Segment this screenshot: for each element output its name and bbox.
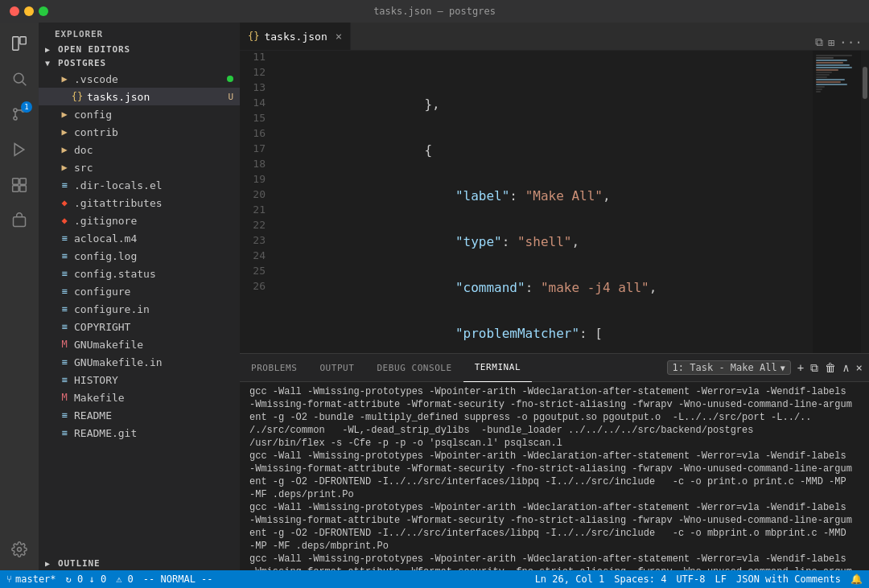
source-control-activity-icon[interactable]: 1: [5, 100, 34, 129]
tab-actions: ⧉ ⊞ ···: [809, 35, 869, 50]
readme-git-item[interactable]: ≡ README.git: [39, 424, 240, 442]
vim-mode-status[interactable]: -- NORMAL --: [143, 574, 213, 585]
code-area[interactable]: }, { "label": "Make All", "type": "shell…: [272, 51, 813, 353]
gnumakefile-in-item[interactable]: ≡ GNUmakefile.in: [39, 353, 240, 371]
search-activity-icon[interactable]: [5, 64, 34, 93]
window-controls[interactable]: [10, 6, 48, 16]
maximize-panel-icon[interactable]: ∧: [842, 361, 849, 374]
config-status-item[interactable]: ≡ config.status: [39, 265, 240, 282]
minimap: [813, 51, 861, 353]
encoding-label: UTF-8: [676, 574, 705, 585]
line-num-22: 22: [240, 219, 266, 234]
config-folder-label: config: [74, 109, 233, 121]
readme-item[interactable]: ≡ README: [39, 406, 240, 424]
gitattributes-label: .gitattributes: [74, 197, 233, 209]
gitignore-item[interactable]: ◆ .gitignore: [39, 212, 240, 229]
gnumakefile-item[interactable]: M GNUmakefile: [39, 335, 240, 353]
minimize-button[interactable]: [24, 6, 34, 16]
tasks-json-tab[interactable]: {} tasks.json ×: [240, 23, 351, 50]
sync-status[interactable]: ↻ 0 ↓ 0: [66, 574, 107, 585]
makefile-item[interactable]: M Makefile: [39, 389, 240, 406]
vscode-modified-dot: [227, 76, 233, 82]
open-editors-group[interactable]: ▶ OPEN EDITORS: [39, 43, 240, 56]
line-num-11: 11: [240, 51, 266, 66]
makefile-icon: M: [58, 339, 71, 350]
bell-status[interactable]: 🔔: [850, 574, 863, 585]
line-ending-status[interactable]: LF: [715, 574, 727, 585]
more-actions-icon[interactable]: ···: [839, 35, 863, 50]
line-num-24: 24: [240, 249, 266, 265]
postgres-group[interactable]: ▼ POSTGRES: [39, 56, 240, 70]
svg-point-13: [18, 548, 22, 552]
branch-status[interactable]: ⑂ master*: [6, 574, 56, 585]
contrib-folder-item[interactable]: ▶ contrib: [39, 123, 240, 141]
encoding-status[interactable]: UTF-8: [676, 574, 705, 585]
svg-point-2: [14, 73, 23, 83]
doc-folder-item[interactable]: ▶ doc: [39, 141, 240, 158]
output-tab[interactable]: OUTPUT: [308, 354, 365, 382]
tab-close-button[interactable]: ×: [336, 30, 342, 43]
config-log-item[interactable]: ≡ config.log: [39, 247, 240, 265]
remote-activity-icon[interactable]: [5, 206, 34, 235]
activity-bar: 1: [0, 23, 39, 570]
bell-icon: 🔔: [850, 574, 863, 585]
aclocal-item[interactable]: ≡ aclocal.m4: [39, 229, 240, 247]
makefile-file-icon: M: [58, 392, 71, 403]
aclocal-file-icon: ≡: [58, 232, 71, 244]
maximize-button[interactable]: [39, 6, 48, 16]
debug-activity-icon[interactable]: [5, 135, 34, 164]
split-editor-icon[interactable]: ⧉: [815, 35, 823, 49]
git-file-icon: ◆: [58, 197, 71, 208]
problems-tab[interactable]: PROBLEMS: [240, 354, 308, 382]
explorer-activity-icon[interactable]: [5, 29, 34, 58]
svg-line-3: [23, 82, 27, 86]
config-folder-item[interactable]: ▶ config: [39, 105, 240, 123]
language-status[interactable]: JSON with Comments: [736, 574, 841, 585]
close-panel-icon[interactable]: ×: [856, 361, 863, 374]
configure-in-item[interactable]: ≡ configure.in: [39, 300, 240, 318]
add-terminal-icon[interactable]: +: [797, 361, 804, 374]
debug-console-tab[interactable]: DEBUG CONSOLE: [365, 354, 463, 382]
code-line-16: "problemMatcher": [: [285, 310, 800, 326]
configure-item[interactable]: ≡ configure: [39, 282, 240, 300]
tasks-json-item[interactable]: {} tasks.json U: [39, 88, 240, 105]
gitignore-file-icon: ◆: [58, 215, 71, 226]
outline-group[interactable]: ▶ OUTLINE: [39, 557, 240, 570]
makefile-label: Makefile: [74, 392, 233, 404]
close-button[interactable]: [10, 6, 19, 16]
delete-terminal-icon[interactable]: 🗑: [825, 361, 836, 374]
src-folder-item[interactable]: ▶ src: [39, 158, 240, 176]
open-editors-chevron: ▶: [45, 45, 55, 54]
language-label: JSON with Comments: [736, 574, 841, 585]
line-num-21: 21: [240, 204, 266, 219]
task-selector[interactable]: 1: Task - Make All ▼: [667, 360, 791, 375]
warnings-status[interactable]: ⚠ 0: [116, 574, 134, 585]
copyright-file-icon: ≡: [58, 321, 71, 332]
layout-icon[interactable]: ⊞: [828, 36, 834, 49]
svg-rect-0: [13, 37, 19, 51]
copyright-item[interactable]: ≡ COPYRIGHT: [39, 318, 240, 335]
extensions-activity-icon[interactable]: [5, 171, 34, 199]
settings-activity-icon[interactable]: [5, 535, 34, 564]
code-line-15: "command": "make -j4 all",: [285, 265, 800, 280]
history-file-icon: ≡: [58, 374, 71, 385]
split-terminal-icon[interactable]: ⧉: [810, 361, 818, 375]
terminal-output[interactable]: gcc -Wall -Wmissing-prototypes -Wpointer…: [240, 382, 869, 570]
dir-locals-item[interactable]: ≡ .dir-locals.el: [39, 176, 240, 194]
scrollbar-thumb[interactable]: [863, 67, 867, 99]
gnumakefile-label: GNUmakefile: [74, 339, 233, 351]
line-num-26: 26: [240, 280, 266, 295]
tab-json-icon: {}: [248, 31, 259, 42]
spaces-status[interactable]: Spaces: 4: [614, 574, 666, 585]
doc-folder-icon: ▶: [58, 144, 71, 155]
line-num-25: 25: [240, 265, 266, 280]
vscode-folder-item[interactable]: ▶ .vscode: [39, 70, 240, 88]
gitattributes-item[interactable]: ◆ .gitattributes: [39, 194, 240, 212]
history-item[interactable]: ≡ HISTORY: [39, 371, 240, 389]
json-file-icon: {}: [71, 91, 84, 102]
outline-label: OUTLINE: [58, 558, 101, 569]
line-col-status[interactable]: Ln 26, Col 1: [535, 574, 605, 585]
terminal-tab[interactable]: TERMINAL: [463, 354, 532, 382]
scrollbar[interactable]: [861, 51, 869, 353]
contrib-folder-label: contrib: [74, 126, 233, 138]
